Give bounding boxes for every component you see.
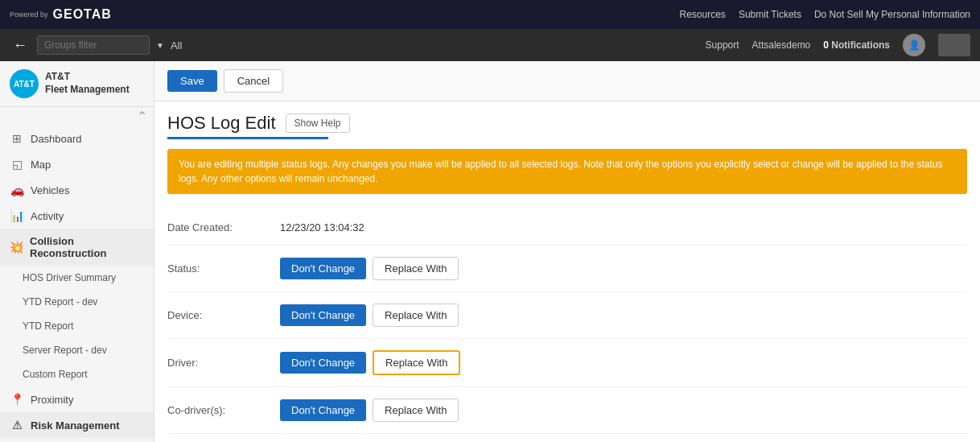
second-bar-right: Support Attsalesdemo 0 Notifications 👤 bbox=[706, 34, 970, 56]
ytd-report-dev-label: YTD Report - dev bbox=[23, 296, 97, 308]
show-help-button[interactable]: Show Help bbox=[286, 114, 350, 133]
top-bar: Powered by GEOTAB Resources Submit Ticke… bbox=[0, 0, 980, 29]
second-bar: ← ▼ All Support Attsalesdemo 0 Notificat… bbox=[0, 29, 980, 61]
co-drivers-controls: Don't Change Replace With bbox=[280, 399, 459, 422]
device-replace-with-button[interactable]: Replace With bbox=[373, 304, 459, 327]
cancel-button[interactable]: Cancel bbox=[224, 69, 283, 93]
top-bar-right: Resources Submit Tickets Do Not Sell My … bbox=[680, 9, 970, 20]
server-report-dev-label: Server Report - dev bbox=[23, 345, 107, 356]
user-avatar[interactable]: 👤 bbox=[903, 34, 925, 56]
sidebar-item-server-report-dev[interactable]: Server Report - dev bbox=[0, 338, 154, 362]
form-area: Date Created: 12/23/20 13:04:32 Status: … bbox=[154, 204, 980, 442]
sidebar-section-collision[interactable]: 💥 Collision Reconstruction bbox=[0, 229, 154, 266]
logo-area: Powered by GEOTAB bbox=[10, 7, 112, 22]
all-label: All bbox=[171, 39, 182, 52]
notifications-button[interactable]: 0 Notifications bbox=[823, 39, 890, 51]
hos-driver-summary-label: HOS Driver Summary bbox=[23, 272, 116, 283]
date-created-row: Date Created: 12/23/20 13:04:32 bbox=[167, 210, 967, 246]
proximity-label: Proximity bbox=[31, 394, 73, 406]
powered-by-text: Powered by bbox=[10, 10, 48, 19]
page-title: HOS Log Edit bbox=[167, 113, 276, 134]
att-logo: AT&T bbox=[10, 69, 39, 98]
sidebar-item-vehicles-label: Vehicles bbox=[31, 184, 69, 196]
sidebar-item-custom-report[interactable]: Custom Report bbox=[0, 362, 154, 386]
proximity-icon: 📍 bbox=[10, 393, 24, 406]
co-drivers-dont-change-button[interactable]: Don't Change bbox=[280, 399, 366, 421]
warning-text: You are editing multiple status logs. An… bbox=[179, 159, 942, 184]
sidebar-item-activity-label: Activity bbox=[31, 210, 64, 222]
support-link[interactable]: Support bbox=[706, 39, 739, 51]
co-drivers-label: Co-driver(s): bbox=[167, 404, 280, 416]
risk-management-label: Risk Management bbox=[31, 419, 120, 432]
save-button[interactable]: Save bbox=[167, 70, 217, 92]
status-dont-change-button[interactable]: Don't Change bbox=[280, 258, 366, 279]
back-button[interactable]: ← bbox=[10, 34, 31, 57]
sidebar-collapse-arrow[interactable]: ⌃ bbox=[137, 109, 147, 124]
status-replace-with-button[interactable]: Replace With bbox=[373, 257, 459, 280]
sidebar-section-risk-management[interactable]: ⚠ Risk Management bbox=[0, 412, 154, 438]
sidebar-item-map-label: Map bbox=[31, 159, 51, 171]
date-created-label: Date Created: bbox=[167, 221, 280, 233]
page-title-underline bbox=[167, 137, 328, 139]
sidebar: AT&T AT&TFleet Management ⌃ ⊞ Dashboard … bbox=[0, 61, 154, 442]
activity-icon: 📊 bbox=[10, 209, 24, 222]
annotations-row: Annotations: bbox=[167, 434, 967, 442]
brand-text: AT&TFleet Management bbox=[45, 71, 130, 96]
risk-icon: ⚠ bbox=[10, 419, 24, 432]
status-controls: Don't Change Replace With bbox=[280, 257, 459, 280]
resources-link[interactable]: Resources bbox=[680, 9, 726, 20]
collision-submenu: HOS Driver Summary YTD Report - dev YTD … bbox=[0, 266, 154, 386]
sidebar-item-hos-driver-summary[interactable]: HOS Driver Summary bbox=[0, 266, 154, 290]
notifications-text: Notifications bbox=[831, 39, 890, 51]
custom-report-label: Custom Report bbox=[23, 369, 88, 380]
username-label: Attsalesdemo bbox=[752, 39, 811, 51]
vehicles-icon: 🚗 bbox=[10, 184, 24, 196]
second-bar-left: ← ▼ All bbox=[10, 34, 182, 57]
geotab-logo: GEOTAB bbox=[53, 7, 112, 22]
device-label: Device: bbox=[167, 309, 280, 321]
do-not-sell-link[interactable]: Do Not Sell My Personal Information bbox=[814, 9, 970, 20]
co-drivers-row: Co-driver(s): Don't Change Replace With bbox=[167, 387, 967, 434]
driver-controls: Don't Change Replace With bbox=[280, 350, 460, 375]
action-bar: Save Cancel bbox=[154, 61, 980, 101]
sidebar-item-map[interactable]: ◱ Map bbox=[0, 151, 154, 177]
status-label: Status: bbox=[167, 262, 280, 275]
device-controls: Don't Change Replace With bbox=[280, 304, 459, 327]
device-row: Device: Don't Change Replace With bbox=[167, 292, 967, 339]
ytd-report-label: YTD Report bbox=[23, 320, 73, 332]
groups-dropdown-arrow[interactable]: ▼ bbox=[156, 41, 164, 50]
notifications-count: 0 bbox=[823, 39, 829, 51]
sidebar-item-vehicles[interactable]: 🚗 Vehicles bbox=[0, 177, 154, 203]
submit-tickets-link[interactable]: Submit Tickets bbox=[739, 9, 801, 20]
groups-filter-input[interactable] bbox=[37, 35, 150, 55]
co-drivers-replace-with-button[interactable]: Replace With bbox=[373, 399, 459, 422]
driver-dont-change-button[interactable]: Don't Change bbox=[280, 352, 366, 374]
user-photo bbox=[938, 34, 970, 56]
status-row: Status: Don't Change Replace With bbox=[167, 246, 967, 292]
driver-replace-with-button[interactable]: Replace With bbox=[373, 350, 460, 375]
sidebar-item-ytd-report[interactable]: YTD Report bbox=[0, 314, 154, 338]
page-header: HOS Log Edit Show Help bbox=[154, 101, 980, 134]
sidebar-item-speed-profile[interactable]: Speed Profile bbox=[0, 438, 154, 442]
driver-label: Driver: bbox=[167, 357, 280, 369]
sidebar-item-activity[interactable]: 📊 Activity bbox=[0, 203, 154, 229]
device-dont-change-button[interactable]: Don't Change bbox=[280, 304, 366, 326]
dashboard-icon: ⊞ bbox=[10, 132, 24, 145]
sidebar-collision-label: Collision Reconstruction bbox=[30, 235, 144, 259]
map-icon: ◱ bbox=[10, 158, 24, 171]
risk-submenu: Speed Profile Driver Congregation Work H… bbox=[0, 438, 154, 442]
sidebar-item-proximity[interactable]: 📍 Proximity bbox=[0, 386, 154, 412]
main-layout: AT&T AT&TFleet Management ⌃ ⊞ Dashboard … bbox=[0, 61, 980, 442]
sidebar-item-dashboard-label: Dashboard bbox=[31, 133, 82, 145]
date-created-value: 12/23/20 13:04:32 bbox=[280, 221, 364, 233]
driver-row: Driver: Don't Change Replace With bbox=[167, 339, 967, 387]
warning-banner: You are editing multiple status logs. An… bbox=[167, 149, 967, 194]
content-area: Save Cancel HOS Log Edit Show Help You a… bbox=[154, 61, 980, 442]
collision-icon: 💥 bbox=[10, 241, 23, 254]
sidebar-brand: AT&T AT&TFleet Management bbox=[0, 61, 154, 107]
sidebar-item-ytd-report-dev[interactable]: YTD Report - dev bbox=[0, 290, 154, 314]
sidebar-item-dashboard[interactable]: ⊞ Dashboard bbox=[0, 126, 154, 151]
